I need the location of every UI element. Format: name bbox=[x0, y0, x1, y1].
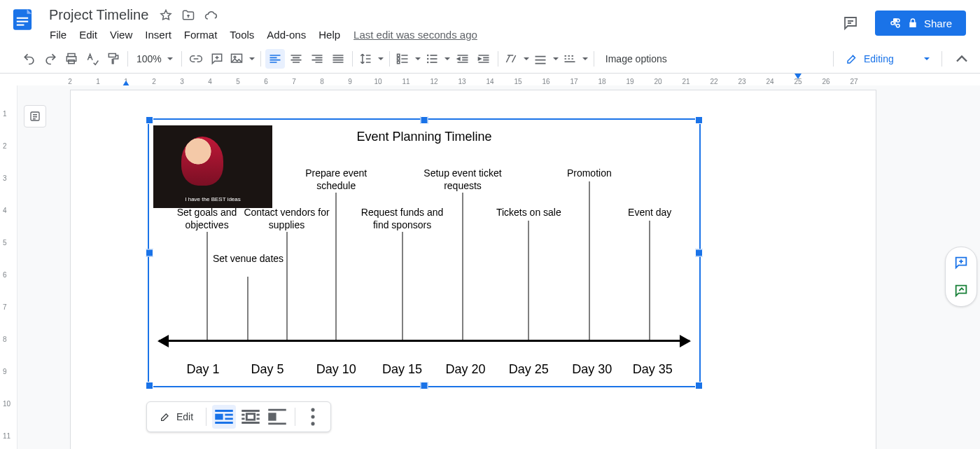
image-options-button[interactable]: Image options bbox=[598, 53, 674, 64]
share-button[interactable]: Share bbox=[875, 11, 966, 36]
redo-icon[interactable] bbox=[41, 49, 60, 69]
break-text-icon[interactable] bbox=[265, 405, 289, 429]
ruler-tick: 11 bbox=[3, 432, 10, 440]
align-right-icon[interactable] bbox=[307, 49, 327, 69]
document-page[interactable]: Event Planning Timeline I have the BEST … bbox=[70, 90, 876, 449]
timeline-stem bbox=[286, 232, 287, 340]
add-comment-pill-icon[interactable] bbox=[951, 253, 971, 272]
ruler-tick: 12 bbox=[430, 78, 438, 85]
selected-drawing[interactable]: Event Planning Timeline I have the BEST … bbox=[148, 118, 701, 387]
bulleted-list-dropdown[interactable] bbox=[424, 49, 451, 69]
document-outline-icon[interactable] bbox=[24, 105, 46, 127]
clear-formatting-dropdown[interactable] bbox=[503, 49, 531, 69]
ruler-tick: 7 bbox=[3, 303, 7, 311]
ruler-tick: 17 bbox=[570, 78, 578, 85]
border-color-dropdown[interactable] bbox=[532, 49, 560, 69]
paint-format-icon[interactable] bbox=[104, 49, 123, 69]
svg-rect-2 bbox=[17, 21, 28, 22]
svg-rect-3 bbox=[17, 25, 24, 26]
timeline-event-label: Event day bbox=[604, 207, 695, 219]
indent-decrease-icon[interactable] bbox=[453, 49, 472, 69]
menu-tools[interactable]: Tools bbox=[223, 26, 260, 43]
svg-point-27 bbox=[312, 415, 315, 418]
edit-drawing-button[interactable]: Edit bbox=[153, 405, 200, 429]
align-left-icon[interactable] bbox=[265, 49, 285, 69]
spellcheck-icon[interactable] bbox=[83, 49, 102, 69]
star-icon[interactable] bbox=[158, 8, 174, 23]
menu-insert[interactable]: Insert bbox=[139, 26, 178, 43]
toolbar-separator bbox=[498, 51, 498, 67]
menu-view[interactable]: View bbox=[104, 26, 139, 43]
ruler-tick: 13 bbox=[458, 78, 465, 85]
edit-label: Edit bbox=[176, 411, 193, 422]
side-actions bbox=[945, 247, 977, 307]
workspace: 1234567891011 Event Planning Timeline I … bbox=[0, 85, 980, 449]
menu-help[interactable]: Help bbox=[312, 26, 346, 43]
ruler-tick: 1 bbox=[3, 110, 7, 118]
timeline-day-label: Day 15 bbox=[382, 362, 422, 377]
timeline-day-label: Day 25 bbox=[509, 362, 549, 377]
ruler-tick: 21 bbox=[682, 78, 690, 85]
align-center-icon[interactable] bbox=[286, 49, 306, 69]
timeline-event-label: Request funds and find sponsors bbox=[357, 207, 448, 231]
wrap-inline-icon[interactable] bbox=[212, 405, 236, 429]
timeline-axis bbox=[159, 340, 690, 342]
svg-rect-19 bbox=[430, 55, 437, 56]
timeline-stem bbox=[206, 232, 207, 340]
doc-title[interactable]: Project Timeline bbox=[46, 6, 151, 25]
timeline-stem bbox=[528, 221, 529, 340]
add-comment-icon[interactable] bbox=[207, 49, 227, 69]
menu-file[interactable]: File bbox=[43, 26, 73, 43]
svg-point-18 bbox=[427, 62, 429, 64]
insert-link-icon[interactable] bbox=[186, 49, 206, 69]
move-to-folder-icon[interactable] bbox=[181, 8, 196, 23]
menu-addons[interactable]: Add-ons bbox=[260, 26, 312, 43]
zoom-value: 100% bbox=[136, 53, 162, 64]
timeline-event-label: Tickets on sale bbox=[483, 207, 574, 219]
timeline-event-label: Set venue dates bbox=[202, 253, 293, 265]
ruler-tick: 8 bbox=[3, 336, 7, 343]
ruler-tick: 27 bbox=[850, 78, 858, 85]
last-edit-link[interactable]: Last edit was seconds ago bbox=[346, 26, 484, 43]
open-comments-icon[interactable] bbox=[837, 10, 864, 36]
border-dash-dropdown[interactable] bbox=[561, 49, 589, 69]
insert-image-dropdown[interactable] bbox=[228, 49, 256, 69]
line-spacing-dropdown[interactable] bbox=[357, 49, 385, 69]
ruler-tick: 4 bbox=[3, 207, 7, 214]
title-bar: Project Timeline File Edit View Insert F… bbox=[0, 0, 980, 45]
cloud-saved-icon[interactable] bbox=[203, 8, 218, 23]
ruler-tick: 2 bbox=[3, 142, 7, 150]
wrap-text-icon[interactable] bbox=[239, 405, 262, 429]
suggest-edits-pill-icon[interactable] bbox=[951, 281, 971, 301]
ruler-tick: 20 bbox=[654, 78, 662, 85]
ruler-tick: 8 bbox=[320, 78, 324, 85]
indent-increase-icon[interactable] bbox=[474, 49, 493, 69]
undo-icon[interactable] bbox=[20, 49, 39, 69]
svg-point-26 bbox=[312, 408, 315, 412]
collapse-toolbar-icon[interactable] bbox=[952, 49, 972, 69]
toolbar-separator bbox=[594, 51, 594, 67]
print-icon[interactable] bbox=[62, 49, 81, 69]
toolbar-separator bbox=[260, 51, 261, 67]
ruler-tick: 24 bbox=[766, 78, 774, 85]
vertical-ruler[interactable]: 1234567891011 bbox=[0, 85, 18, 449]
zoom-dropdown[interactable]: 100% bbox=[132, 49, 177, 69]
ruler-tick: 7 bbox=[292, 78, 296, 85]
svg-rect-21 bbox=[430, 62, 437, 63]
menu-format[interactable]: Format bbox=[178, 26, 224, 43]
editing-mode-dropdown[interactable]: Editing bbox=[838, 49, 937, 69]
timeline-day-label: Day 30 bbox=[572, 362, 612, 377]
ruler-tick: 2 bbox=[68, 78, 72, 85]
toolbar-separator bbox=[295, 408, 295, 426]
align-justify-icon[interactable] bbox=[328, 49, 348, 69]
timeline-day-label: Day 20 bbox=[445, 362, 485, 377]
checklist-dropdown[interactable] bbox=[394, 49, 422, 69]
svg-point-16 bbox=[427, 55, 429, 57]
more-options-icon[interactable] bbox=[301, 405, 325, 429]
docs-app-icon[interactable] bbox=[8, 6, 36, 34]
timeline-day-label: Day 5 bbox=[251, 362, 284, 377]
share-label: Share bbox=[924, 18, 952, 29]
menu-edit[interactable]: Edit bbox=[73, 26, 104, 43]
ruler-tick: 15 bbox=[514, 78, 522, 85]
ruler-tick: 26 bbox=[822, 78, 830, 85]
